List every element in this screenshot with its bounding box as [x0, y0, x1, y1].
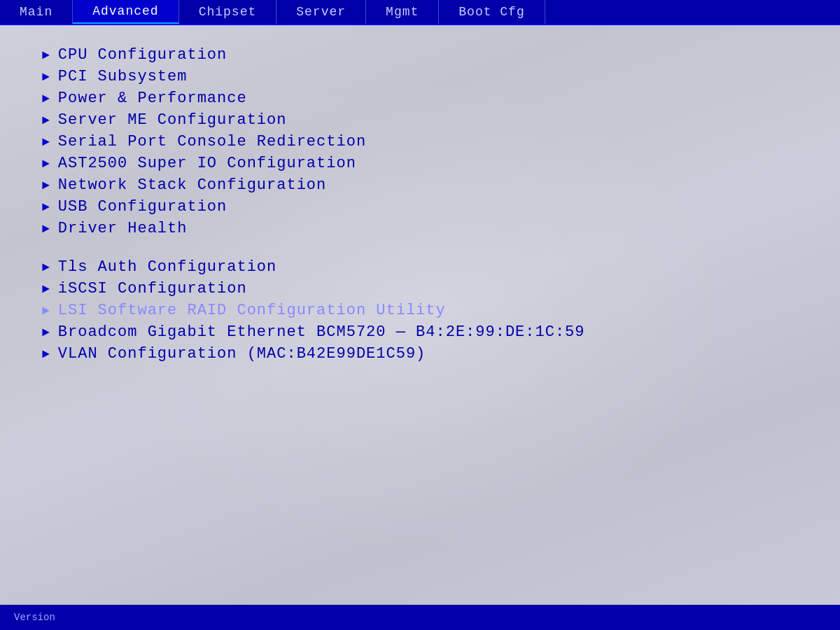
menu-label-pci-subsystem: PCI Subsystem [58, 68, 188, 85]
menu-label-iscsi: iSCSI Configuration [58, 280, 247, 298]
arrow-icon-usb: ► [42, 200, 50, 214]
menu-label-server-me: Server ME Configuration [58, 111, 287, 129]
tab-advanced-label: Advanced [92, 4, 158, 18]
menu-label-serial-port: Serial Port Console Redirection [58, 133, 366, 150]
arrow-icon-iscsi: ► [42, 282, 50, 296]
menu-item-iscsi[interactable]: ► iSCSI Configuration [42, 280, 798, 298]
arrow-icon-ast2500: ► [42, 157, 50, 171]
menu-list-primary: ► CPU Configuration ► PCI Subsystem ► Po… [42, 46, 798, 237]
menu-label-network-stack: Network Stack Configuration [58, 176, 326, 194]
menu-item-ast2500[interactable]: ► AST2500 Super IO Configuration [42, 155, 798, 172]
menu-item-serial-port[interactable]: ► Serial Port Console Redirection [42, 133, 798, 150]
arrow-icon-vlan: ► [42, 347, 50, 361]
content-area: ► CPU Configuration ► PCI Subsystem ► Po… [0, 25, 840, 605]
arrow-icon-serial: ► [42, 135, 50, 149]
tab-advanced[interactable]: Advanced [73, 0, 178, 24]
menu-item-server-me[interactable]: ► Server ME Configuration [42, 111, 798, 129]
menu-item-power-performance[interactable]: ► Power & Performance [42, 90, 798, 107]
menu-item-pci-subsystem[interactable]: ► PCI Subsystem [42, 68, 798, 85]
arrow-icon-lsi: ► [42, 304, 50, 318]
menu-item-network-stack[interactable]: ► Network Stack Configuration [42, 176, 798, 194]
menu-item-lsi-software[interactable]: ► LSI Software RAID Configuration Utilit… [42, 302, 798, 319]
menu-item-vlan-config[interactable]: ► VLAN Configuration (MAC:B42E99DE1C59) [42, 345, 798, 363]
menu-label-lsi-software: LSI Software RAID Configuration Utility [58, 302, 446, 319]
tab-mgmt[interactable]: Mgmt [366, 0, 439, 24]
menu-item-usb-config[interactable]: ► USB Configuration [42, 198, 798, 216]
bios-screen: Main Advanced Chipset Server Mgmt Boot C… [0, 0, 840, 630]
tab-main[interactable]: Main [0, 0, 73, 24]
menu-label-broadcom-ethernet: Broadcom Gigabit Ethernet BCM5720 — B4:2… [58, 323, 585, 341]
arrow-icon-network: ► [42, 178, 50, 192]
menu-label-ast2500: AST2500 Super IO Configuration [58, 155, 356, 172]
arrow-icon-pci: ► [42, 70, 50, 84]
menu-item-cpu-config[interactable]: ► CPU Configuration [42, 46, 798, 64]
menu-item-tls-auth[interactable]: ► Tls Auth Configuration [42, 258, 798, 276]
menu-item-driver-health[interactable]: ► Driver Health [42, 220, 798, 237]
arrow-icon-broadcom: ► [42, 326, 50, 340]
menu-label-tls-auth: Tls Auth Configuration [58, 258, 276, 276]
bottom-bar-text: Version [14, 612, 55, 623]
tab-server[interactable]: Server [276, 0, 366, 24]
tab-mgmt-label: Mgmt [386, 5, 419, 19]
menu-label-usb-config: USB Configuration [58, 198, 227, 216]
tab-main-label: Main [20, 5, 52, 19]
arrow-icon-cpu: ► [42, 48, 50, 62]
arrow-icon-server-me: ► [42, 113, 50, 127]
tab-bar: Main Advanced Chipset Server Mgmt Boot C… [0, 0, 840, 25]
arrow-icon-tls: ► [42, 260, 50, 274]
tab-boot[interactable]: Boot Cfg [439, 0, 545, 24]
tab-boot-label: Boot Cfg [458, 5, 524, 19]
menu-label-cpu-config: CPU Configuration [58, 46, 227, 64]
menu-label-power-performance: Power & Performance [58, 90, 247, 107]
bottom-bar: Version [0, 605, 840, 630]
tab-chipset[interactable]: Chipset [179, 0, 277, 24]
menu-label-driver-health: Driver Health [58, 220, 188, 237]
tab-chipset-label: Chipset [199, 5, 257, 19]
menu-item-broadcom-ethernet[interactable]: ► Broadcom Gigabit Ethernet BCM5720 — B4… [42, 323, 798, 341]
menu-list-secondary: ► Tls Auth Configuration ► iSCSI Configu… [42, 258, 798, 363]
arrow-icon-driver-health: ► [42, 222, 50, 236]
menu-separator [42, 241, 798, 258]
arrow-icon-power: ► [42, 92, 50, 106]
tab-server-label: Server [296, 5, 346, 19]
menu-label-vlan-config: VLAN Configuration (MAC:B42E99DE1C59) [58, 345, 426, 363]
